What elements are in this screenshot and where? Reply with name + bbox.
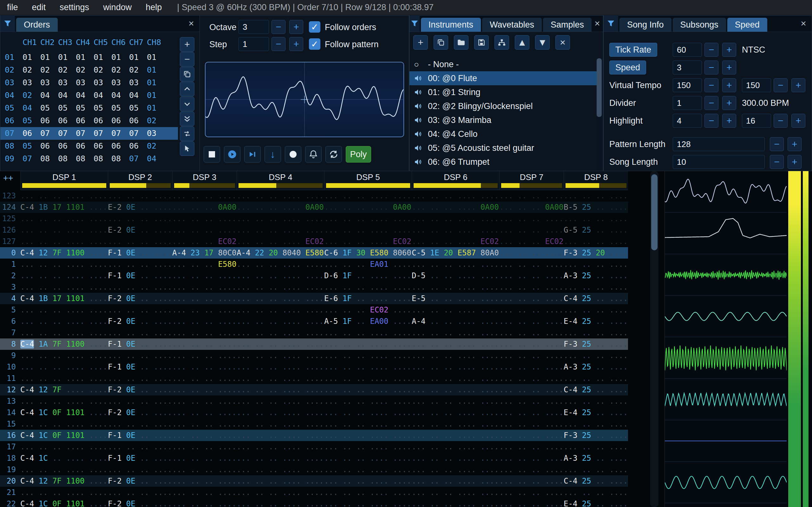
pattern-cell[interactable]: ... .. .. .... .... bbox=[324, 361, 412, 373]
pattern-cell[interactable]: ... .. .. .... .... bbox=[237, 464, 324, 475]
pattern-cell[interactable]: ... .. .. .... .... bbox=[237, 327, 324, 338]
pattern-cell[interactable]: ... .. .. .... .... bbox=[237, 259, 324, 270]
pattern-cell[interactable]: ... .. .. .... .... bbox=[237, 395, 324, 407]
order-cell[interactable]: 08 bbox=[111, 153, 129, 165]
pattern-cell[interactable]: ... .. .. .... .... bbox=[237, 270, 324, 281]
order-remove-button[interactable]: − bbox=[180, 52, 194, 66]
order-cell[interactable]: 07 bbox=[129, 153, 147, 165]
pattern-cell[interactable]: ... .. .. .... bbox=[172, 270, 237, 281]
pattern-cell[interactable]: E-6 1F .. .... .... bbox=[324, 293, 412, 304]
pattern-cell[interactable]: ... .. .. .... EC02 bbox=[237, 236, 324, 247]
pattern-cell[interactable]: ... .. .. .... .... bbox=[237, 373, 324, 384]
order-cell[interactable]: 02 bbox=[94, 64, 111, 76]
pattern-cell[interactable]: ... .. .. .... .... bbox=[20, 361, 108, 373]
pattern-cell[interactable]: ... .. .. .... .... bbox=[412, 475, 499, 487]
pattern-cell[interactable]: ... .. .. .... .... bbox=[412, 395, 499, 407]
pattern-cell[interactable]: C-4 25 .. .... bbox=[564, 475, 628, 487]
pattern-cell[interactable]: ... .. .. .... .... bbox=[324, 373, 412, 384]
order-cell[interactable]: 07 bbox=[129, 127, 147, 140]
pattern-cell[interactable]: D-5 .. .. .... .... bbox=[412, 270, 499, 281]
metronome-button[interactable] bbox=[305, 146, 322, 163]
stop-button[interactable] bbox=[204, 146, 220, 163]
order-cell[interactable]: 01 bbox=[76, 51, 94, 64]
order-cell[interactable]: 01 bbox=[94, 51, 111, 64]
pattern-cell[interactable]: ... .. .. .... .... bbox=[237, 316, 324, 327]
order-cell[interactable]: 07 bbox=[40, 127, 58, 140]
pattern-cell[interactable]: ... .. .. .... bbox=[499, 373, 564, 384]
order-cell[interactable]: 06 bbox=[94, 114, 111, 127]
pattern-corner-button[interactable]: ++ bbox=[3, 173, 13, 182]
pattern-cell[interactable]: ... .. .. .... .... bbox=[324, 213, 412, 224]
pattern-row[interactable]: 13... .. .. .... ....... .. .. ....... .… bbox=[0, 395, 628, 407]
order-cell[interactable]: 04 bbox=[40, 89, 58, 102]
order-cell[interactable]: 01 bbox=[129, 51, 147, 64]
order-cell[interactable]: 02 bbox=[147, 114, 165, 127]
pattern-cell[interactable]: ... .. .. .... bbox=[564, 441, 628, 452]
order-row[interactable]: 020202020202020201 bbox=[0, 64, 178, 76]
pattern-cell[interactable]: E-4 25 .. .... bbox=[564, 407, 628, 418]
pattern-cell[interactable]: ... .. .. .... .... bbox=[20, 281, 108, 293]
pattern-cell[interactable]: ... .. .. .... .... bbox=[237, 190, 324, 202]
pattern-cell[interactable]: ... .. .. .... bbox=[172, 316, 237, 327]
pattern-cell[interactable]: ... .. .. .... bbox=[172, 441, 237, 452]
pattern-cell[interactable]: ... .. .. .... .... bbox=[412, 441, 499, 452]
pattern-cell[interactable]: ... .. .. .... bbox=[172, 224, 237, 236]
pattern-cell[interactable]: ... .. .. .... .... bbox=[412, 304, 499, 316]
order-duplicate-end-button[interactable] bbox=[180, 112, 194, 126]
pattern-cell[interactable]: ... .. .. .... .... bbox=[237, 213, 324, 224]
order-cell[interactable]: 06 bbox=[111, 140, 129, 153]
pattern-cell[interactable]: ... .. .. .... .... bbox=[237, 361, 324, 373]
song-tab-subsongs[interactable]: Subsongs bbox=[673, 18, 726, 32]
channel-header[interactable]: DSP 2 bbox=[108, 171, 172, 190]
pattern-cell[interactable]: ... .. .. .... bbox=[499, 395, 564, 407]
pattern-cell[interactable]: C-5 1E 20 E587 80A0 bbox=[412, 247, 499, 259]
pattern-cell[interactable]: ... .. .. .... .... bbox=[237, 281, 324, 293]
order-cell[interactable]: 08 bbox=[94, 153, 111, 165]
divider-plus-button[interactable]: + bbox=[722, 96, 736, 110]
virtual-tempo-input[interactable]: 150 bbox=[673, 78, 702, 92]
pattern-length-input[interactable]: 128 bbox=[673, 137, 765, 151]
order-cell[interactable]: 06 bbox=[76, 114, 94, 127]
pattern-cell[interactable]: ... .. .. .... bbox=[564, 464, 628, 475]
pattern-row[interactable]: 1... .. .. .... ....... .. .. ....... ..… bbox=[0, 259, 628, 270]
order-cell[interactable]: 08 bbox=[76, 153, 94, 165]
pattern-cell[interactable]: ... .. .. .... .... bbox=[237, 293, 324, 304]
pattern-cell[interactable]: ... .. .. .... .... bbox=[412, 407, 499, 418]
pattern-cell[interactable]: ... .. .. .... bbox=[172, 373, 237, 384]
pattern-cell[interactable]: G-5 25 .. .... bbox=[564, 224, 628, 236]
pattern-cell[interactable]: F-2 0E .. .... bbox=[108, 316, 172, 327]
pattern-cell[interactable]: ... .. .. .... .... bbox=[237, 487, 324, 498]
order-cell[interactable]: 04 bbox=[111, 89, 129, 102]
repeat-pattern-button[interactable] bbox=[325, 146, 342, 163]
pattern-cell[interactable]: ... .. .. .... .... bbox=[324, 441, 412, 452]
pattern-cell[interactable]: ... .. .. .... bbox=[499, 213, 564, 224]
pattern-cell[interactable]: ... .. .. .... .... bbox=[412, 327, 499, 338]
pattern-row[interactable]: 127... .. .. .... ....... .. .. ....... … bbox=[0, 236, 628, 247]
instrument-item[interactable]: 01: @1 String bbox=[409, 85, 597, 99]
order-cell[interactable]: 01 bbox=[147, 76, 165, 89]
pattern-cell[interactable]: F-2 0E .. .... bbox=[108, 498, 172, 507]
pattern-cell[interactable]: B-5 25 .. .... bbox=[564, 202, 628, 213]
pattern-cell[interactable]: ... .. .. .... .... bbox=[20, 487, 108, 498]
instruments-filter-button[interactable] bbox=[409, 15, 420, 32]
pattern-cell[interactable]: ... .. .. .... bbox=[564, 259, 628, 270]
pattern-cell[interactable]: ... .. .. .... .... bbox=[412, 259, 499, 270]
pattern-cell[interactable]: ... .. .. .... .... bbox=[412, 190, 499, 202]
step-plus-button[interactable]: + bbox=[289, 37, 303, 51]
pattern-cell[interactable]: F-1 0E .. .... bbox=[108, 338, 172, 350]
pattern-cell[interactable]: ... .. .. .... .... bbox=[412, 224, 499, 236]
pattern-cell[interactable]: C-4 1C 0F 1101 .... bbox=[20, 407, 108, 418]
pattern-cell[interactable]: ... .. .. .... bbox=[499, 316, 564, 327]
order-cell[interactable]: 02 bbox=[22, 89, 40, 102]
order-move-down-button[interactable] bbox=[180, 97, 194, 111]
channel-header[interactable]: DSP 7 bbox=[499, 171, 564, 190]
order-cell[interactable]: 02 bbox=[22, 64, 40, 76]
pattern-row[interactable]: 8C-4 1A 7F 1100 ....F-1 0E .. ....... ..… bbox=[0, 338, 628, 350]
pattern-cell[interactable]: ... .. .. EC02 bbox=[499, 236, 564, 247]
pattern-cell[interactable]: C-4 1C 0F 1101 .... bbox=[20, 430, 108, 441]
pattern-cell[interactable]: ... .. .. .... bbox=[172, 281, 237, 293]
order-change-all-button[interactable] bbox=[180, 126, 194, 141]
pattern-cell[interactable]: C-4 12 7F .... .... bbox=[20, 384, 108, 395]
pattern-cell[interactable]: ... .. .. .... bbox=[564, 487, 628, 498]
order-cell[interactable]: 02 bbox=[58, 64, 76, 76]
